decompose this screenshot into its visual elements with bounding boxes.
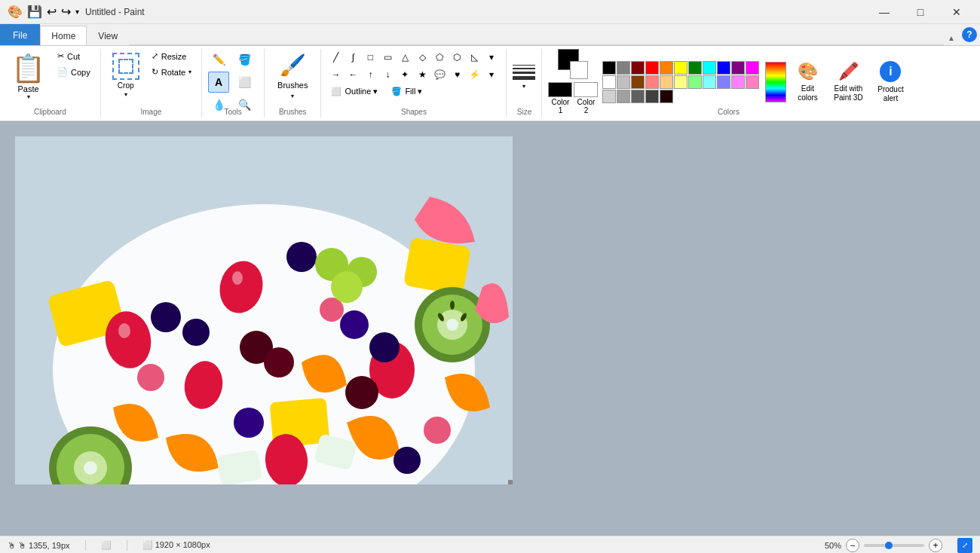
brushes-button[interactable]: 🖌️ Brushes ▾ xyxy=(271,49,314,103)
color-pink-light[interactable] xyxy=(645,75,659,89)
color-purple[interactable] xyxy=(731,61,745,75)
more-shapes[interactable]: ▾ xyxy=(483,49,500,66)
paste-dropdown-arrow[interactable]: ▾ xyxy=(27,93,30,100)
lightning-shape[interactable]: ⚡ xyxy=(466,66,482,83)
color-darkred[interactable] xyxy=(631,61,645,75)
color-white[interactable] xyxy=(602,75,616,89)
color-silver[interactable] xyxy=(617,75,630,89)
tab-file[interactable]: File xyxy=(0,24,40,45)
size-dropdown[interactable]: ▾ xyxy=(522,83,525,90)
color-pink[interactable] xyxy=(746,75,759,89)
size-5px[interactable] xyxy=(513,76,535,80)
color-blue-light[interactable] xyxy=(717,75,730,89)
ribbon-group-colors: Color1 Color2 xyxy=(542,49,914,118)
fill-tool-button[interactable]: 🪣 xyxy=(234,49,255,70)
color-green-light[interactable] xyxy=(688,75,702,89)
cut-button[interactable]: ✂ Cut xyxy=(54,49,94,63)
size-3px[interactable] xyxy=(513,72,535,74)
fruit-canvas-svg xyxy=(15,136,513,484)
select-button[interactable]: Crop ▾ xyxy=(107,49,145,102)
resize-button[interactable]: ⤢ Resize xyxy=(148,49,195,63)
color-cyan-light[interactable] xyxy=(703,75,716,89)
color-orange[interactable] xyxy=(660,61,673,75)
copy-button[interactable]: 📄 Copy xyxy=(54,65,94,79)
status-bar: 🖱 🖱 1355, 19px ⬜ ⬜ 1920 × 1080px 50% − +… xyxy=(0,536,980,553)
rotate-button[interactable]: ↻ Rotate ▾ xyxy=(148,65,195,79)
zoom-out-button[interactable]: − xyxy=(846,539,859,552)
tab-view[interactable]: View xyxy=(87,26,129,45)
select-dropdown-arrow[interactable]: ▾ xyxy=(124,91,127,98)
text-tool-button[interactable]: A xyxy=(208,72,229,93)
more-shapes2[interactable]: ▾ xyxy=(483,66,500,83)
brushes-dropdown-arrow[interactable]: ▾ xyxy=(291,93,294,99)
save-icon[interactable]: 💾 xyxy=(26,3,44,20)
fill-button[interactable]: 🪣 Fill ▾ xyxy=(387,84,426,99)
curve-shape[interactable]: ∫ xyxy=(345,49,361,66)
arrow-down-shape[interactable]: ↓ xyxy=(379,66,396,83)
color-yellow[interactable] xyxy=(674,61,688,75)
pencil-tool-button[interactable]: ✏️ xyxy=(208,49,229,70)
color-medium-gray[interactable] xyxy=(617,90,630,103)
redo-icon[interactable]: ↪ xyxy=(60,3,72,20)
color-darker-gray[interactable] xyxy=(645,90,659,103)
color-blue[interactable] xyxy=(717,61,730,75)
color-yellow-light[interactable] xyxy=(674,75,688,89)
size-1px[interactable] xyxy=(513,65,535,66)
color-black[interactable] xyxy=(602,61,616,75)
canvas-scroll[interactable] xyxy=(0,121,980,536)
callout-shape[interactable]: 💬 xyxy=(431,66,448,83)
color-light-gray[interactable] xyxy=(602,90,616,103)
heart-shape[interactable]: ♥ xyxy=(449,66,465,83)
color-near-black[interactable] xyxy=(660,90,673,103)
arrow-right-shape[interactable]: → xyxy=(327,66,344,83)
arrow-up-shape[interactable]: ↑ xyxy=(362,66,378,83)
eraser-tool-button[interactable]: ⬜ xyxy=(234,72,255,93)
customize-icon[interactable]: ▾ xyxy=(74,6,81,17)
close-button[interactable]: ✕ xyxy=(939,0,974,24)
tab-home[interactable]: Home xyxy=(40,26,87,45)
color-purple-light[interactable] xyxy=(731,75,745,89)
ribbon-tabs: File Home View ▲ ? xyxy=(0,24,980,45)
color-cyan[interactable] xyxy=(703,61,716,75)
round-rect-shape[interactable]: ▭ xyxy=(379,49,396,66)
fit-to-window-button[interactable]: ⤢ xyxy=(957,538,972,553)
triangle-shape[interactable]: △ xyxy=(397,49,413,66)
star4-shape[interactable]: ✦ xyxy=(397,66,413,83)
pentagon-shape[interactable]: ⬠ xyxy=(431,49,448,66)
ribbon-collapse-button[interactable]: ▲ xyxy=(944,30,959,45)
paste-button[interactable]: 📋 Paste ▾ xyxy=(6,49,51,104)
color-gray[interactable] xyxy=(617,61,630,75)
rect-shape[interactable]: □ xyxy=(362,49,378,66)
outline-button[interactable]: ⬜ Outline ▾ xyxy=(327,84,381,99)
zoom-in-button[interactable]: + xyxy=(929,539,942,552)
line-shape[interactable]: ╱ xyxy=(327,49,344,66)
star5-shape[interactable]: ★ xyxy=(414,66,430,83)
edit-colors-button[interactable]: 🎨 Editcolors xyxy=(791,60,824,105)
right-tri-shape[interactable]: ◺ xyxy=(466,49,482,66)
maximize-button[interactable]: □ xyxy=(903,0,938,24)
rotate-dropdown-arrow[interactable]: ▾ xyxy=(188,69,191,75)
color-green[interactable] xyxy=(688,61,702,75)
help-button[interactable]: ? xyxy=(962,27,977,42)
color-row-3 xyxy=(602,90,759,103)
color-magenta[interactable] xyxy=(746,61,759,75)
arrow-left-shape[interactable]: ← xyxy=(345,66,361,83)
canvas[interactable] xyxy=(15,136,513,484)
color-selection-box[interactable] xyxy=(558,49,588,79)
paint-logo-icon: 🎨 xyxy=(6,3,24,20)
undo-icon[interactable]: ↩ xyxy=(45,3,58,20)
color-red[interactable] xyxy=(645,61,659,75)
hexagon-shape[interactable]: ⬡ xyxy=(449,49,465,66)
zoom-slider-track[interactable] xyxy=(864,544,924,547)
color-dark-gray[interactable] xyxy=(631,90,645,103)
color-spectrum[interactable] xyxy=(765,62,786,102)
selection-indicator: ⬜ xyxy=(101,540,112,550)
size-2px[interactable] xyxy=(513,68,535,69)
color-brown[interactable] xyxy=(631,75,645,89)
edit-paint3d-button[interactable]: 🖍️ Edit withPaint 3D xyxy=(828,60,868,105)
resize-handle-br[interactable] xyxy=(508,480,513,484)
diamond-shape[interactable]: ◇ xyxy=(414,49,430,66)
product-alert-button[interactable]: i Productalert xyxy=(872,59,908,105)
color-peach[interactable] xyxy=(660,75,673,89)
minimize-button[interactable]: — xyxy=(867,0,902,24)
